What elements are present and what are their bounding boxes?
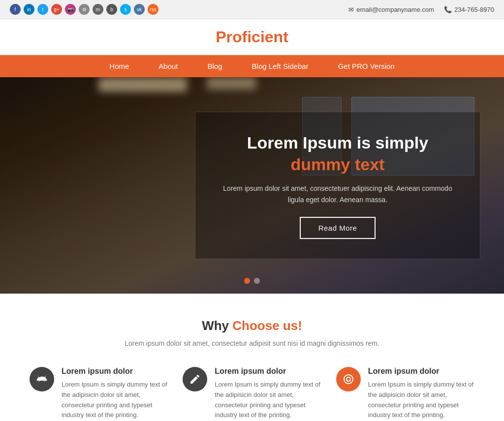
main-nav: Home About Blog Blog Left Sidebar Get PR… <box>0 55 504 77</box>
phone-icon: 📞 <box>444 6 452 13</box>
features-container: Lorem ipsum dolor Lorem Ipsum is simply … <box>30 367 474 421</box>
lifebuoy-icon <box>343 373 354 385</box>
phone-number: 234-765-8970 <box>454 6 494 13</box>
logo-highlight: P <box>216 28 226 46</box>
mail2-icon[interactable]: m <box>93 4 103 15</box>
phone-contact: 📞 234-765-8970 <box>444 6 494 13</box>
hero-light1 <box>98 77 187 92</box>
why-title-part1: Why <box>202 318 232 333</box>
feature-1-desc: Lorem Ipsum is simply dummy text of the … <box>62 380 168 421</box>
skype-icon[interactable]: s <box>120 4 131 15</box>
feature-2: Lorem ipsum dolor Lorem Ipsum is simply … <box>183 367 321 421</box>
hero-dot-2[interactable] <box>254 278 260 284</box>
hero-title-part1: Lorem Ipsum is simply <box>247 133 428 152</box>
hero-light2 <box>207 77 256 90</box>
feature-1-icon <box>30 367 54 391</box>
why-section: Why Choose us! Lorem ipsum dolor sit ame… <box>0 294 504 421</box>
vk-icon[interactable]: vk <box>134 4 145 15</box>
nav-blog-left-sidebar[interactable]: Blog Left Sidebar <box>247 55 314 77</box>
facebook-icon[interactable]: f <box>10 4 21 15</box>
hero-dot-1[interactable] <box>244 278 250 284</box>
linkedin-icon[interactable]: in <box>24 4 34 15</box>
feature-1-title: Lorem ipsum dolor <box>62 367 168 376</box>
feature-3-text: Lorem ipsum dolor Lorem Ipsum is simply … <box>368 367 474 421</box>
logo-rest: roficient <box>226 28 288 46</box>
bookmark-icon[interactable]: b <box>106 4 117 15</box>
nav-home[interactable]: Home <box>104 55 134 77</box>
why-title: Why Choose us! <box>30 318 474 333</box>
site-logo[interactable]: Proficient <box>9 28 495 46</box>
top-bar: f in t g+ 📷 ⚙ m b s vk rss ✉ email@compa… <box>0 0 504 19</box>
feature-2-title: Lorem ipsum dolor <box>215 367 321 376</box>
settings-icon[interactable]: ⚙ <box>79 4 90 15</box>
hero-content-box: Lorem Ipsum is simply dummy text Lorem i… <box>195 112 480 259</box>
feature-1-text: Lorem ipsum dolor Lorem Ipsum is simply … <box>62 367 168 421</box>
email-contact: ✉ email@companyname.com <box>348 6 434 13</box>
hero-description: Lorem ipsum dolor sit amet, consectetuer… <box>220 183 455 205</box>
hero-title: Lorem Ipsum is simply dummy text <box>220 132 455 175</box>
pencil-icon <box>189 373 201 385</box>
feature-2-text: Lorem ipsum dolor Lorem Ipsum is simply … <box>215 367 321 421</box>
contact-info: ✉ email@companyname.com 📞 234-765-8970 <box>348 6 494 13</box>
email-address: email@companyname.com <box>356 6 434 13</box>
feature-2-icon <box>183 367 207 391</box>
nav-about[interactable]: About <box>154 55 183 77</box>
hero-dots <box>244 278 260 284</box>
rss-icon[interactable]: rss <box>148 4 158 15</box>
feature-3: Lorem ipsum dolor Lorem Ipsum is simply … <box>336 367 474 421</box>
hero-section: Lorem Ipsum is simply dummy text Lorem i… <box>0 77 504 294</box>
feature-3-icon <box>336 367 361 391</box>
feature-3-desc: Lorem Ipsum is simply dummy text of the … <box>368 380 474 421</box>
android-icon <box>35 373 48 386</box>
nav-blog[interactable]: Blog <box>203 55 227 77</box>
feature-3-title: Lorem ipsum dolor <box>368 367 474 376</box>
hero-read-more-button[interactable]: Read More <box>300 217 376 239</box>
twitter-icon[interactable]: t <box>37 4 48 15</box>
email-icon: ✉ <box>348 6 354 13</box>
googleplus-icon[interactable]: g+ <box>51 4 62 15</box>
feature-2-desc: Lorem Ipsum is simply dummy text of the … <box>215 380 321 421</box>
why-subtitle: Lorem ipsum dolor sit amet, consectetur … <box>30 339 474 347</box>
site-header: Proficient <box>0 19 504 55</box>
why-title-accent: Choose us! <box>232 318 302 333</box>
social-icons-container: f in t g+ 📷 ⚙ m b s vk rss <box>10 4 158 15</box>
feature-1: Lorem ipsum dolor Lorem Ipsum is simply … <box>30 367 168 421</box>
hero-title-accent: dummy text <box>291 155 385 174</box>
instagram-icon[interactable]: 📷 <box>65 4 76 15</box>
nav-pro-version[interactable]: Get PRO Version <box>333 55 400 77</box>
